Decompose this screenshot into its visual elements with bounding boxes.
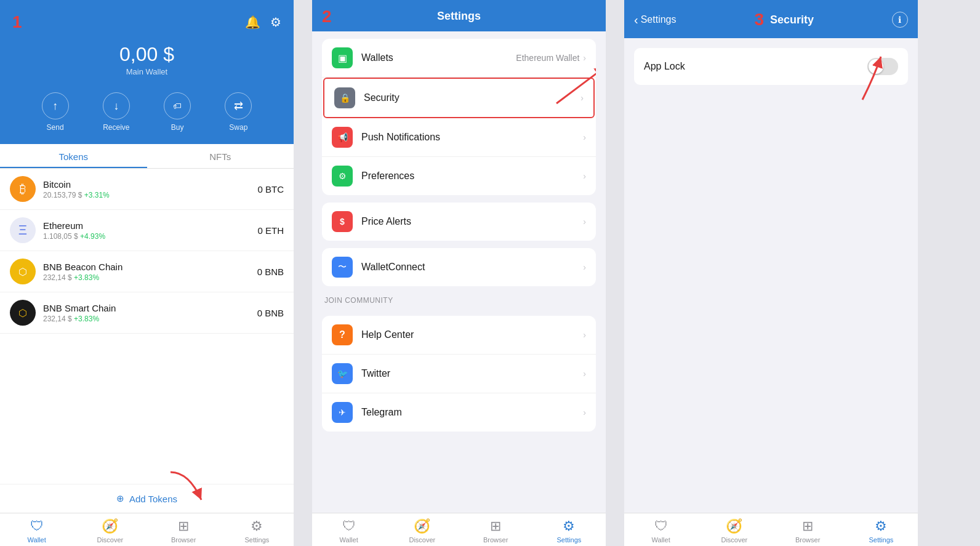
wallets-value: Ethereum Wallet [516, 53, 579, 63]
list-item[interactable]: ⬡ BNB Beacon Chain 232,14 $ +3.83% 0 BNB [0, 251, 294, 292]
list-item[interactable]: ⬡ BNB Smart Chain 232,14 $ +3.83% 0 BNB [0, 292, 294, 334]
nav-wallet-label-3: Wallet [652, 536, 670, 544]
nav-discover-2[interactable]: 🧭 Discover [385, 518, 459, 544]
settings-nav-icon-1: ⚙ [251, 518, 263, 534]
token-info-bnb-smart: BNB Smart Chain 232,14 $ +3.83% [43, 303, 257, 323]
settings-group-community: ? Help Center › 🐦 Twitter › ✈ Telegram › [322, 316, 596, 432]
list-item[interactable]: Ξ Ethereum 1.108,05 $ +4.93% 0 ETH [0, 210, 294, 251]
settings-row-security[interactable]: 🔒 Security › [323, 78, 595, 118]
security-icon: 🔒 [334, 87, 355, 108]
settings-nav-icon-3: ⚙ [875, 518, 887, 534]
add-tokens-label: Add Tokens [129, 494, 177, 504]
bottom-nav-2: 🛡 Wallet 🧭 Discover ⊞ Browser ⚙ Settings [312, 513, 606, 546]
help-chevron: › [583, 330, 586, 340]
back-button[interactable]: ‹ Settings [634, 13, 676, 27]
token-name-bnb-smart: BNB Smart Chain [43, 303, 257, 313]
filter-icon[interactable]: ⚙ [270, 15, 281, 30]
wallet-name: Main Wallet [12, 67, 281, 76]
receive-button[interactable]: ↓ Receive [103, 92, 130, 132]
token-price-bitcoin: 20.153,79 $ +3.31% [43, 191, 257, 199]
token-balance-bitcoin: 0 BTC [257, 184, 284, 195]
security-body: App Lock [624, 38, 918, 513]
settings-nav-icon-2: ⚙ [563, 518, 575, 534]
app-lock-row[interactable]: App Lock [634, 48, 908, 85]
settings-row-twitter[interactable]: 🐦 Twitter › [322, 355, 596, 393]
twitter-chevron: › [583, 369, 586, 379]
nav-wallet-3[interactable]: 🛡 Wallet [624, 518, 697, 544]
add-tokens-button[interactable]: ⊕ Add Tokens [0, 484, 294, 513]
walletconnect-chevron: › [583, 262, 586, 272]
settings-row-telegram[interactable]: ✈ Telegram › [322, 393, 596, 432]
notification-icon[interactable]: 🔔 [245, 15, 260, 30]
nav-wallet-1[interactable]: 🛡 Wallet [0, 518, 73, 544]
swap-label: Swap [229, 123, 247, 132]
wallets-label: Wallets [361, 52, 516, 63]
receive-label: Receive [103, 123, 129, 132]
nav-discover-label-1: Discover [97, 536, 123, 544]
nav-browser-3[interactable]: ⊞ Browser [771, 518, 845, 544]
token-price-bnb-beacon: 232,14 $ +3.83% [43, 273, 257, 282]
nav-settings-2[interactable]: ⚙ Settings [532, 518, 606, 544]
discover-nav-icon-3: 🧭 [726, 518, 742, 534]
panel1-header: 1 🔔 ⚙ 0,00 $ Main Wallet ↑ Send ↓ Receiv… [0, 0, 294, 144]
tabs-bar: Tokens NFTs [0, 144, 294, 169]
balance-amount: 0,00 $ [12, 43, 281, 66]
info-button[interactable]: ℹ [892, 12, 908, 28]
nav-discover-label-3: Discover [721, 536, 747, 544]
nav-discover-1[interactable]: 🧭 Discover [73, 518, 147, 544]
wallets-icon: ▣ [332, 47, 353, 68]
nav-settings-label-3: Settings [869, 536, 894, 544]
community-section-label: JOIN COMMUNITY [322, 294, 596, 308]
price-alerts-label: Price Alerts [361, 216, 583, 227]
settings-row-wallets[interactable]: ▣ Wallets Ethereum Wallet › [322, 39, 596, 78]
tab-tokens[interactable]: Tokens [0, 144, 147, 168]
step-badge-2: 2 [322, 7, 332, 26]
twitter-label: Twitter [361, 368, 583, 379]
settings-row-preferences[interactable]: ⚙ Preferences › [322, 157, 596, 195]
app-lock-toggle[interactable] [867, 58, 898, 75]
settings-row-help[interactable]: ? Help Center › [322, 316, 596, 355]
token-info-ethereum: Ethereum 1.108,05 $ +4.93% [43, 220, 257, 241]
price-alerts-chevron: › [583, 217, 586, 227]
nav-discover-label-2: Discover [409, 536, 435, 544]
nav-browser-1[interactable]: ⊞ Browser [147, 518, 220, 544]
token-name-bitcoin: Bitcoin [43, 179, 257, 190]
walletconnect-label: WalletConnect [361, 262, 583, 273]
browser-nav-icon-2: ⊞ [490, 518, 501, 534]
app-lock-label: App Lock [644, 61, 685, 72]
settings-row-push-notifications[interactable]: 📢 Push Notifications › [322, 118, 596, 157]
settings-row-walletconnect[interactable]: 〜 WalletConnect › [322, 248, 596, 286]
tab-nfts[interactable]: NFTs [147, 144, 294, 168]
help-center-label: Help Center [361, 329, 583, 340]
send-label: Send [47, 123, 64, 132]
nav-wallet-label-2: Wallet [340, 536, 358, 544]
nav-discover-3[interactable]: 🧭 Discover [697, 518, 771, 544]
token-name-ethereum: Ethereum [43, 220, 257, 231]
push-notifications-label: Push Notifications [361, 132, 583, 143]
swap-button[interactable]: ⇄ Swap [225, 92, 252, 132]
nav-settings-label-2: Settings [557, 536, 582, 544]
walletconnect-icon: 〜 [332, 257, 353, 278]
twitter-icon: 🐦 [332, 363, 353, 384]
nav-settings-3[interactable]: ⚙ Settings [845, 518, 918, 544]
bnb-beacon-icon: ⬡ [10, 259, 36, 284]
settings-row-price-alerts[interactable]: $ Price Alerts › [322, 203, 596, 241]
list-item[interactable]: ₿ Bitcoin 20.153,79 $ +3.31% 0 BTC [0, 169, 294, 210]
wallet-nav-icon-2: 🛡 [342, 518, 356, 534]
settings-group-alerts: $ Price Alerts › [322, 203, 596, 241]
preferences-chevron: › [583, 171, 586, 181]
nav-settings-1[interactable]: ⚙ Settings [220, 518, 294, 544]
panel-3: ‹ Settings 3 Security ℹ App Lock 🛡 Walle… [624, 0, 918, 546]
send-button[interactable]: ↑ Send [42, 92, 69, 132]
nav-wallet-2[interactable]: 🛡 Wallet [312, 518, 385, 544]
add-tokens-icon: ⊕ [116, 493, 124, 504]
preferences-icon: ⚙ [332, 166, 353, 187]
discover-nav-icon-2: 🧭 [414, 518, 430, 534]
buy-button[interactable]: 🏷 Buy [164, 92, 191, 132]
browser-nav-icon-3: ⊞ [802, 518, 813, 534]
token-name-bnb-beacon: BNB Beacon Chain [43, 262, 257, 272]
nav-browser-2[interactable]: ⊞ Browser [459, 518, 532, 544]
wallets-chevron: › [583, 53, 586, 63]
token-list: ₿ Bitcoin 20.153,79 $ +3.31% 0 BTC Ξ Eth… [0, 169, 294, 484]
wallet-nav-icon-1: 🛡 [30, 518, 44, 534]
